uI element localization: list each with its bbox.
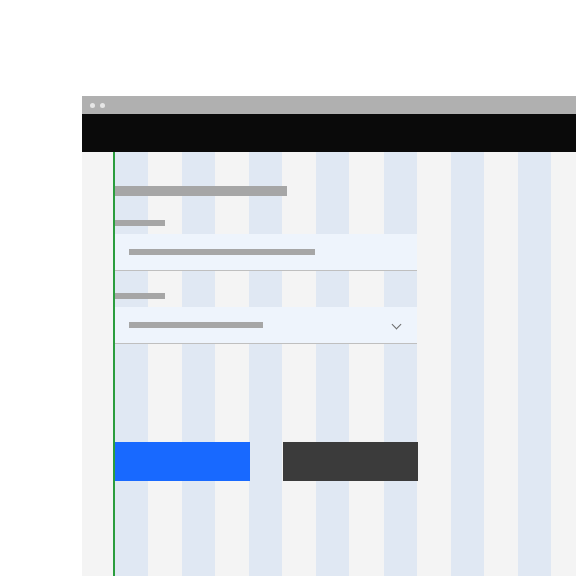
app-window — [82, 96, 576, 576]
select-field[interactable] — [115, 307, 417, 344]
window-titlebar — [82, 96, 576, 114]
select-value — [129, 322, 263, 328]
button-row — [115, 442, 418, 481]
window-control-close[interactable] — [90, 103, 95, 108]
form-content — [115, 152, 576, 344]
app-body — [82, 152, 576, 576]
window-control-minimize[interactable] — [100, 103, 105, 108]
text-field[interactable] — [115, 234, 417, 271]
field-value — [129, 249, 315, 255]
field-label — [115, 220, 165, 226]
form-heading — [115, 186, 287, 196]
app-header — [82, 114, 576, 152]
secondary-button[interactable] — [283, 442, 418, 481]
chevron-down-icon — [391, 319, 403, 331]
primary-button[interactable] — [115, 442, 250, 481]
field-label — [115, 293, 165, 299]
